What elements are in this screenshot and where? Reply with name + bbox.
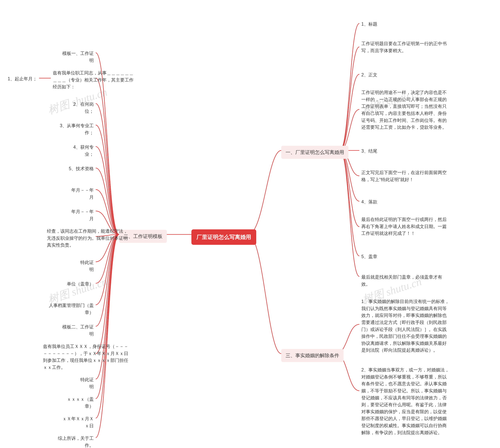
b2-leaf-3[interactable]: 3、从事何专业工作；	[53, 121, 96, 137]
b2-leaf-6[interactable]: 年月－－年月	[66, 186, 96, 202]
b2-leaf-4[interactable]: 4、获何专业；	[64, 143, 96, 159]
b1-leaf-3[interactable]: 工作证明的用途不一样，决定了内容也是不一样的，一边正规的公司人事部会有正规的工作…	[359, 88, 451, 132]
b1-leaf-2[interactable]: 2、正文	[359, 70, 379, 80]
b2-leaf-11[interactable]: 人事档案管理部门（盖章）	[45, 301, 96, 317]
b3-leaf-1[interactable]: 2、事实婚姻当事双方，或一方，对婚姻法，对婚姻登记条例不够重视，不够尊重，所以有…	[359, 365, 451, 437]
b2-leaf-7[interactable]: 年月－－年月	[66, 207, 96, 223]
b2-sub[interactable]: 1、起止年月；	[4, 74, 39, 84]
b1-leaf-7[interactable]: 最后在特此证明的下面空一行或两行，然后再右下角署上申请人姓名和成文日期。一篇工作…	[359, 215, 451, 238]
branch-3[interactable]: 三、事实婚姻的解除条件	[281, 349, 344, 362]
b2-leaf-0[interactable]: 模板一、工作证明	[59, 49, 96, 65]
b2-leaf-15[interactable]: ｘｘｘｘ（盖章）	[61, 395, 96, 411]
b2-leaf-12[interactable]: 模板二、工作证明	[59, 322, 96, 339]
b1-leaf-6[interactable]: 4、落款	[359, 197, 379, 207]
branch-1[interactable]: 一、厂里证明怎么写离婚用	[281, 146, 348, 159]
mindmap-canvas: 树图 shutu.cn 树图 shutu.cn 树图 shutu.cn 树图 s…	[0, 0, 500, 448]
b1-leaf-9[interactable]: 最后就是找相关部门盖章，必须盖章才有效。	[359, 272, 451, 289]
b2-leaf-5[interactable]: 5、技术资格	[64, 164, 96, 174]
b1-leaf-0[interactable]: 1、标题	[359, 19, 379, 29]
b3-leaf-0[interactable]: 1、事实婚姻的解除目前尚没有统一的标准，我们认为既然事实婚姻与登记婚姻具有同等效…	[359, 297, 451, 355]
b2-leaf-14[interactable]: 特此证明	[74, 375, 96, 391]
b2-leaf-10[interactable]: 单位（盖章）	[64, 279, 96, 289]
b2-leaf-13[interactable]: 兹有我单位员工ＸＸＸ，身份证号（－－－－－－－－－－），于ｘＸ年Ｘｘ月Ｘｘ日到参…	[41, 342, 131, 372]
b1-leaf-5[interactable]: 正文写完后下面空一行，在这行前面留两空格，写上“特此证明”就好！	[359, 168, 451, 184]
b2-leaf-9[interactable]: 特此证明	[74, 258, 96, 274]
b1-leaf-1[interactable]: 工作证明题目要在工作证明第一行的正中书写，而且字体要稍大。	[359, 39, 451, 55]
b1-leaf-8[interactable]: 5、盖章	[359, 252, 379, 261]
b2-leaf-17[interactable]: 综上所诉，关于工作。	[55, 434, 96, 448]
b2-leaf-16[interactable]: ｘＸ年Ｘｘ月Ｘｘ日	[57, 414, 96, 431]
root-node[interactable]: 厂里证明怎么写离婚用	[191, 229, 256, 245]
b2-leaf-2[interactable]: 2、在何岗位；	[64, 100, 96, 116]
b1-leaf-4[interactable]: 3、结尾	[359, 146, 379, 156]
b2-leaf-8[interactable]: 经查，该同志在工作期间，能遵纪守法，无违反职业操守的行为。我单位对本证明真实性负…	[45, 227, 133, 250]
b2-leaf-1[interactable]: 兹有我单位职工同志，从事＿＿＿＿＿＿＿＿＿（专业）相关工作年，其主要工作经历如下…	[51, 68, 137, 92]
